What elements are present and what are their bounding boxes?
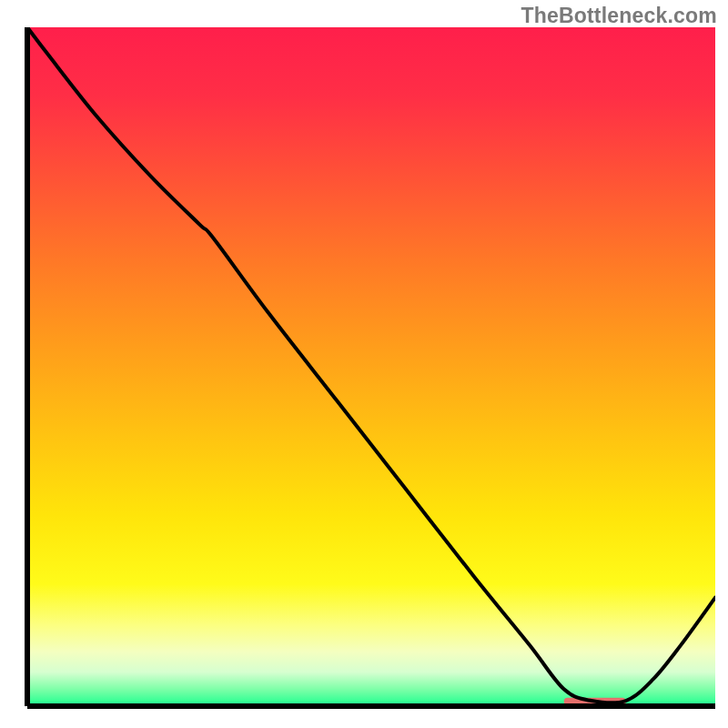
bottleneck-chart	[0, 0, 728, 728]
plot-background	[27, 27, 715, 706]
chart-container: TheBottleneck.com	[0, 0, 728, 728]
